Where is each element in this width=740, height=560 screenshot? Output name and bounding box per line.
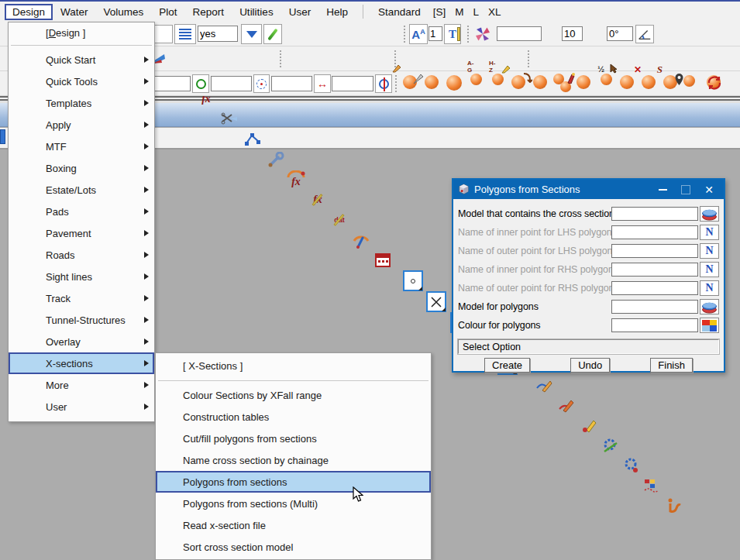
menu-item-sight-lines[interactable]: Sight lines: [9, 266, 154, 287]
plot-frame-button[interactable]: [373, 250, 393, 270]
redraw-gauge-button[interactable]: [351, 230, 371, 250]
menu-item-apply[interactable]: Apply: [9, 114, 154, 136]
dialog-titlebar[interactable]: Polygons from Sections ✕: [453, 180, 724, 199]
settings-point-button[interactable]: [621, 455, 642, 476]
weight-input[interactable]: [562, 26, 583, 41]
menu-item-polygons-from-sections[interactable]: Polygons from sections: [156, 471, 431, 493]
menu-item-user[interactable]: User: [9, 396, 154, 417]
menu-item-more[interactable]: More: [9, 374, 154, 396]
menu-item-name-cross-section-by-chainage[interactable]: Name cross section by chainage: [156, 449, 431, 471]
menu-item-tunnel-structures[interactable]: Tunnel-Structures: [9, 309, 154, 331]
edit-dat-button[interactable]: dat: [329, 210, 349, 230]
text-height-input[interactable]: [429, 26, 442, 41]
colour-chooser-button[interactable]: [700, 318, 719, 333]
string-nodes-button[interactable]: [243, 129, 263, 149]
model-chooser-button[interactable]: [700, 206, 719, 222]
finish-button[interactable]: Finish: [650, 358, 693, 373]
tools-button[interactable]: [266, 149, 286, 170]
angle-input[interactable]: [607, 26, 633, 41]
minimize-icon[interactable]: [651, 180, 674, 199]
menu-item-polygons-from-sections-multi[interactable]: Polygons from sections (Multi): [156, 493, 431, 514]
model-polygons-input[interactable]: [611, 300, 698, 314]
width-snap-button[interactable]: ↔: [314, 74, 331, 93]
menu-item-pavement[interactable]: Pavement: [9, 222, 154, 244]
name-chooser-button[interactable]: N: [700, 243, 719, 259]
maximize-icon[interactable]: [674, 180, 697, 199]
menu-item-estate-lots[interactable]: Estate/Lots: [9, 179, 154, 201]
menu-item-construction-tables[interactable]: Construction tables: [156, 406, 431, 428]
cross-snap-toggle[interactable]: [426, 291, 446, 312]
undo-button[interactable]: Undo: [570, 358, 610, 373]
menu-size-l[interactable]: L: [468, 4, 484, 20]
menu-item-pads[interactable]: Pads: [9, 201, 154, 222]
menu-report[interactable]: Report: [185, 4, 232, 20]
menu-volumes[interactable]: Volumes: [96, 4, 152, 20]
toolbar-gripper[interactable]: [528, 50, 531, 67]
edit-style-button[interactable]: [263, 24, 282, 44]
diameter-button[interactable]: [375, 74, 392, 93]
outer-rhs-input[interactable]: [611, 281, 698, 295]
inner-lhs-input[interactable]: [611, 225, 698, 239]
menu-size-s[interactable]: [S]: [429, 4, 451, 20]
colour-input[interactable]: [497, 26, 542, 41]
menu-item-read-x-section-file[interactable]: Read x-section file: [156, 514, 431, 536]
colour-fan-button[interactable]: [473, 25, 492, 43]
colour-polygons-input[interactable]: [611, 318, 698, 332]
design-menu-header[interactable]: [ Design ]: [9, 22, 154, 43]
menu-item-cut-fill-polygons-from-sections[interactable]: Cut/fill polygons from sections: [156, 428, 431, 449]
tolerance-button[interactable]: [253, 74, 270, 93]
menu-item-colour-sections-by-xfall-range[interactable]: Colour Sections by XFall range: [156, 384, 431, 406]
menu-item-overlay[interactable]: Overlay: [9, 331, 154, 352]
toolbar-gripper[interactable]: [404, 26, 407, 43]
edit-string-button[interactable]: [556, 395, 577, 415]
menu-item-track[interactable]: Track: [9, 287, 154, 309]
point-snap-button[interactable]: [192, 74, 209, 93]
inner-rhs-input[interactable]: [611, 263, 698, 277]
menu-user[interactable]: User: [281, 4, 319, 20]
name-chooser-button[interactable]: N: [700, 262, 719, 277]
toolbar-gripper[interactable]: [280, 50, 283, 67]
toolbar-gripper[interactable]: [395, 75, 398, 92]
model-source-input[interactable]: [611, 207, 698, 221]
colour-wave-button[interactable]: [642, 476, 662, 496]
menu-size-m[interactable]: M: [450, 4, 468, 20]
edit-fx-button[interactable]: fx: [308, 190, 328, 210]
tolerance-input[interactable]: [211, 76, 252, 91]
name-chooser-button[interactable]: N: [700, 225, 719, 240]
toolbar-gripper[interactable]: [467, 26, 470, 43]
style-combo-input[interactable]: [198, 26, 238, 42]
recompute-fx-button[interactable]: fx: [286, 170, 306, 190]
menu-item-boxing[interactable]: Boxing: [9, 157, 154, 179]
point-snap-toggle[interactable]: [403, 270, 423, 291]
menu-item-quick-start[interactable]: Quick Start: [9, 49, 154, 70]
create-button[interactable]: Create: [484, 358, 530, 373]
text-size-button[interactable]: T: [444, 24, 461, 44]
menu-plot[interactable]: Plot: [151, 4, 184, 20]
settings-green-button[interactable]: [601, 435, 621, 455]
angle-picker-button[interactable]: [635, 25, 654, 43]
menu-design[interactable]: Design: [5, 4, 53, 20]
outer-lhs-input[interactable]: [611, 244, 698, 258]
draw-point-button[interactable]: [579, 415, 599, 435]
width-snap-input[interactable]: [271, 76, 312, 91]
close-icon[interactable]: ✕: [697, 180, 721, 199]
textstyle-button[interactable]: AA: [409, 24, 428, 44]
diameter-input[interactable]: [332, 76, 373, 91]
menu-item-sort-cross-section-model[interactable]: Sort cross section model: [156, 536, 431, 558]
draw-string-button[interactable]: [534, 375, 554, 395]
menu-item-x-sections[interactable]: X-sections: [9, 352, 154, 374]
menu-item-roads[interactable]: Roads: [9, 244, 154, 266]
menu-size-xl[interactable]: XL: [484, 4, 506, 20]
menu-item-quick-tools[interactable]: Quick Tools: [9, 70, 154, 92]
model-chooser-button[interactable]: [700, 299, 719, 314]
menu-utilities[interactable]: Utilities: [232, 4, 281, 20]
menu-item-mtf[interactable]: MTF: [9, 136, 154, 157]
justify-button[interactable]: [174, 24, 196, 44]
point-snap-input[interactable]: [153, 76, 191, 91]
swatch-well[interactable]: [153, 25, 173, 43]
style-dropdown-button[interactable]: [241, 24, 262, 44]
name-chooser-button[interactable]: N: [700, 280, 719, 296]
menu-help[interactable]: Help: [318, 4, 356, 20]
menu-water[interactable]: Water: [53, 4, 96, 20]
menu-standard[interactable]: Standard: [370, 4, 429, 20]
